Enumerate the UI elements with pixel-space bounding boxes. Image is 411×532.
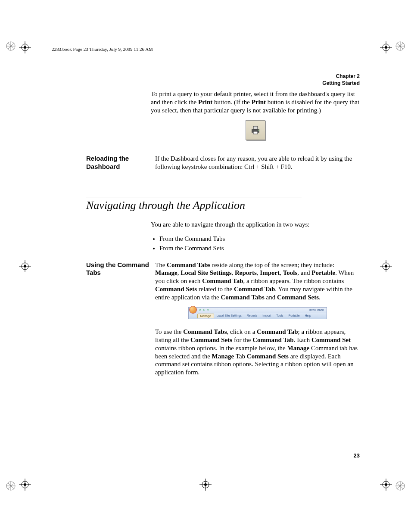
registration-dot-icon [395,41,405,51]
svg-rect-49 [253,126,258,129]
running-head: Chapter 2 Getting Started [86,73,360,87]
registration-dot-icon [6,41,16,51]
crop-mark-icon [380,479,392,491]
command-tabs-para1: The Command Tabs reside along the top of… [155,261,360,302]
chapter-number: Chapter 2 [86,73,360,80]
crop-mark-icon [19,260,31,272]
ribbon-tab-portable: Portable [286,314,302,318]
section-title: Navigating through the Application [86,199,360,212]
reloading-section: Reloading the Dashboard If the Dashboard… [86,155,360,171]
ribbon-screenshot: ↺ ↻ ▾ IntelliTrack Manage Local Site Set… [188,307,327,319]
crop-mark-icon [380,260,392,272]
section-lead: You are able to navigate through the app… [151,221,360,229]
command-tabs-para2: To use the Command Tabs, click on a Comm… [155,328,360,376]
side-heading-command-tabs: Using the Command Tabs [86,261,155,277]
registration-dot-icon [6,481,16,491]
section-rule [86,197,302,197]
crop-mark-icon [380,41,392,53]
list-item: From the Command Tabs [159,234,360,244]
app-title: IntelliTrack [309,308,324,312]
crop-mark-icon [199,479,212,491]
using-command-tabs-section: Using the Command Tabs The Command Tabs … [86,261,360,382]
intro-paragraph: To print a query to your default printer… [151,90,360,114]
ribbon-tab-tools: Tools [274,314,286,318]
crop-mark-icon [19,479,31,491]
ribbon-tab-manage: Manage [197,314,214,319]
svg-rect-50 [253,131,258,134]
book-header-runner: 2283.book Page 23 Thursday, July 9, 2009… [52,47,153,52]
svg-point-51 [258,130,259,131]
ribbon-tabstrip: Manage Local Site Settings Reports Impor… [189,313,327,319]
side-heading-reloading: Reloading the Dashboard [86,155,155,171]
printer-icon [246,120,265,140]
header-rule [52,54,359,54]
list-item: From the Command Sets [159,243,360,253]
ribbon-tab-local-site-settings: Local Site Settings [214,314,244,318]
ribbon-tab-help: Help [302,314,314,318]
crop-mark-icon [19,41,31,53]
registration-dot-icon [395,481,405,491]
chapter-title: Getting Started [86,80,360,87]
nav-ways-list: From the Command Tabs From the Command S… [151,234,360,253]
ribbon-tab-import: Import [260,314,274,318]
ribbon-tab-reports: Reports [244,314,260,318]
office-orb-icon [189,306,197,314]
quick-access-toolbar: ↺ ↻ ▾ [199,308,210,312]
